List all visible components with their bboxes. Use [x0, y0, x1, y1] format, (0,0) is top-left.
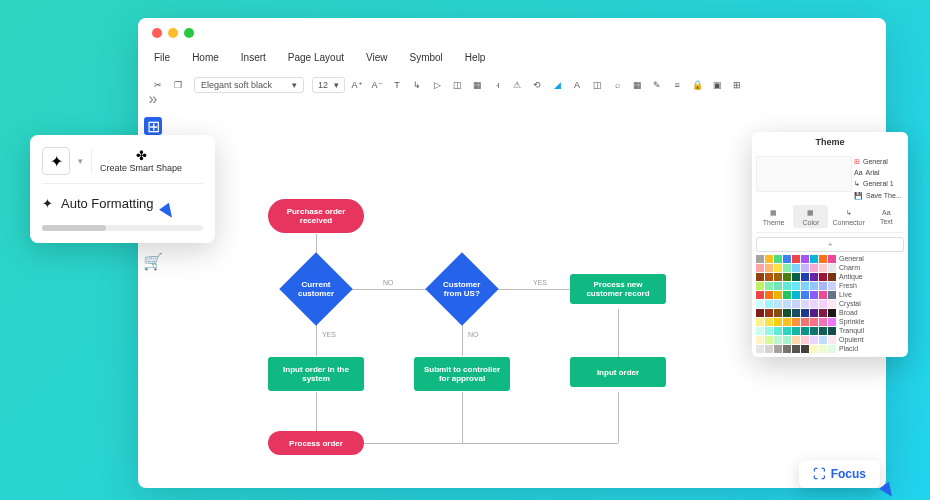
color-swatch[interactable] [783, 327, 791, 335]
color-swatch[interactable] [819, 291, 827, 299]
palette-row[interactable]: Antique [756, 273, 904, 281]
color-swatch[interactable] [819, 318, 827, 326]
size-select[interactable]: 12▾ [312, 77, 345, 93]
color-swatch[interactable] [765, 336, 773, 344]
pointer-icon[interactable]: ▷ [429, 77, 445, 93]
menu-layout[interactable]: Page Layout [288, 52, 344, 63]
color-swatch[interactable] [792, 273, 800, 281]
add-palette-button[interactable]: + [756, 237, 904, 252]
color-swatch[interactable] [828, 327, 836, 335]
palette-row[interactable]: Broad [756, 309, 904, 317]
color-swatch[interactable] [801, 264, 809, 272]
color-swatch[interactable] [792, 345, 800, 353]
connector-icon[interactable]: ↳ [409, 77, 425, 93]
color-swatch[interactable] [774, 309, 782, 317]
color-swatch[interactable] [756, 264, 764, 272]
color-swatch[interactable] [810, 282, 818, 290]
color-swatch[interactable] [792, 327, 800, 335]
color-swatch[interactable] [774, 255, 782, 263]
color-swatch[interactable] [828, 273, 836, 281]
color-swatch[interactable] [810, 318, 818, 326]
line-style-icon[interactable]: ≡ [669, 77, 685, 93]
palette-row[interactable]: General [756, 255, 904, 263]
color-swatch[interactable] [819, 255, 827, 263]
color-swatch[interactable] [792, 309, 800, 317]
text-icon[interactable]: T [389, 77, 405, 93]
color-swatch[interactable] [774, 318, 782, 326]
palette-row[interactable]: Live [756, 291, 904, 299]
more-icon[interactable]: ⊞ [729, 77, 745, 93]
color-swatch[interactable] [774, 336, 782, 344]
color-swatch[interactable] [801, 318, 809, 326]
align-icon[interactable]: ⫞ [489, 77, 505, 93]
color-swatch[interactable] [828, 291, 836, 299]
color-swatch[interactable] [774, 291, 782, 299]
lock-icon[interactable]: 🔒 [689, 77, 705, 93]
node-input-order[interactable]: Input order [570, 357, 666, 387]
color-swatch[interactable] [801, 327, 809, 335]
color-swatch[interactable] [792, 318, 800, 326]
color-swatch[interactable] [774, 345, 782, 353]
color-swatch[interactable] [801, 255, 809, 263]
palette-row[interactable]: Fresh [756, 282, 904, 290]
color-swatch[interactable] [756, 336, 764, 344]
color-swatch[interactable] [756, 300, 764, 308]
color-swatch[interactable] [819, 336, 827, 344]
color-swatch[interactable] [765, 282, 773, 290]
menu-insert[interactable]: Insert [241, 52, 266, 63]
color-swatch[interactable] [765, 291, 773, 299]
color-swatch[interactable] [774, 264, 782, 272]
color-swatch[interactable] [765, 255, 773, 263]
color-swatch[interactable] [819, 264, 827, 272]
color-swatch[interactable] [810, 291, 818, 299]
node-process-new[interactable]: Process new customer record [570, 274, 666, 304]
chevron-down-icon[interactable]: ▾ [78, 156, 83, 166]
color-swatch[interactable] [810, 255, 818, 263]
color-swatch[interactable] [783, 309, 791, 317]
color-swatch[interactable] [828, 345, 836, 353]
color-swatch[interactable] [765, 273, 773, 281]
node-current-customer[interactable]: Current customer [279, 252, 353, 326]
font-select[interactable]: Elegant soft black▾ [194, 77, 304, 93]
layers-icon[interactable]: ◫ [449, 77, 465, 93]
color-swatch[interactable] [783, 345, 791, 353]
sparkle-icon[interactable]: ✦ [42, 147, 70, 175]
node-purchase-order[interactable]: Purchase order received [268, 199, 364, 233]
color-swatch[interactable] [756, 273, 764, 281]
opt-general[interactable]: ⊞General [854, 156, 904, 167]
color-swatch[interactable] [783, 318, 791, 326]
format-slider[interactable] [42, 225, 203, 231]
color-swatch[interactable] [828, 282, 836, 290]
color-swatch[interactable] [783, 255, 791, 263]
rotate-icon[interactable]: ⟲ [529, 77, 545, 93]
color-swatch[interactable] [801, 291, 809, 299]
color-swatch[interactable] [792, 291, 800, 299]
tab-theme[interactable]: ▦Theme [756, 205, 791, 228]
color-swatch[interactable] [819, 327, 827, 335]
color-swatch[interactable] [828, 264, 836, 272]
color-swatch[interactable] [765, 345, 773, 353]
color-swatch[interactable] [828, 318, 836, 326]
color-swatch[interactable] [810, 300, 818, 308]
pen-icon[interactable]: ✎ [649, 77, 665, 93]
color-swatch[interactable] [783, 264, 791, 272]
color-swatch[interactable] [756, 318, 764, 326]
color-swatch[interactable] [819, 309, 827, 317]
color-swatch[interactable] [765, 264, 773, 272]
warning-icon[interactable]: ⚠ [509, 77, 525, 93]
color-swatch[interactable] [801, 282, 809, 290]
color-swatch[interactable] [801, 345, 809, 353]
color-swatch[interactable] [801, 273, 809, 281]
menu-view[interactable]: View [366, 52, 388, 63]
color-swatch[interactable] [819, 282, 827, 290]
color-swatch[interactable] [819, 345, 827, 353]
focus-button[interactable]: ⛶ Focus [799, 460, 880, 488]
color-swatch[interactable] [792, 300, 800, 308]
color-swatch[interactable] [810, 327, 818, 335]
node-customer-us[interactable]: Customer from US? [425, 252, 499, 326]
color-swatch[interactable] [756, 327, 764, 335]
color-swatch[interactable] [801, 300, 809, 308]
menu-symbol[interactable]: Symbol [410, 52, 443, 63]
palette-row[interactable]: Tranquil [756, 327, 904, 335]
color-swatch[interactable] [792, 255, 800, 263]
